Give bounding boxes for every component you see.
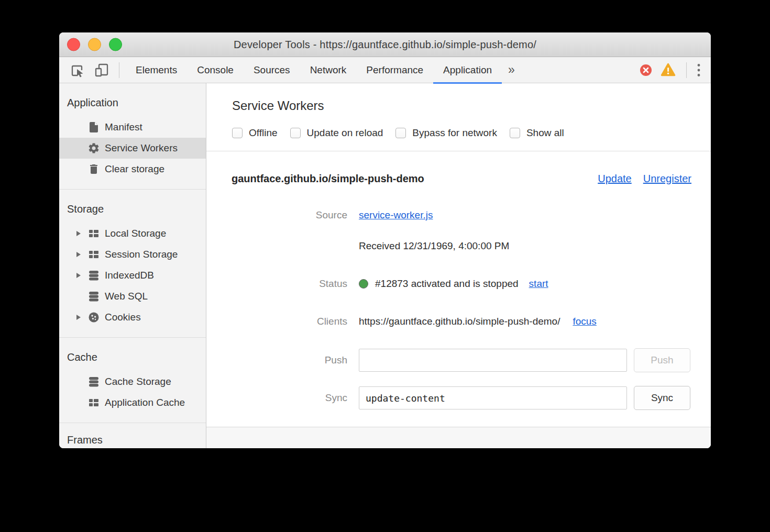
devtools-content: Application Manifest (59, 83, 711, 448)
push-input[interactable] (359, 349, 627, 372)
database-icon (87, 290, 100, 303)
chevron-right-icon[interactable] (75, 314, 82, 321)
page-title: Service Workers (232, 98, 711, 114)
offline-checkbox[interactable]: Offline (232, 127, 278, 139)
tab-application[interactable]: Application (433, 57, 502, 83)
toolbar-right (640, 62, 711, 78)
device-toolbar-icon[interactable] (93, 57, 111, 83)
database-icon (87, 375, 100, 388)
tab-sources[interactable]: Sources (244, 57, 300, 83)
more-tabs-button[interactable]: » (502, 57, 521, 83)
status-text: #12873 activated and is stopped (375, 278, 519, 290)
traffic-lights (67, 38, 122, 51)
title-bar: Developer Tools - https://gauntface.gith… (59, 32, 711, 57)
sync-button[interactable]: Sync (634, 386, 690, 410)
cookie-icon (87, 311, 100, 324)
sidebar-section-storage: Storage Local Storage (59, 190, 206, 338)
sidebar-section-cache: Cache Cache Storage (59, 338, 206, 423)
tab-network[interactable]: Network (300, 57, 357, 83)
checkbox-label: Bypass for network (412, 127, 497, 139)
file-icon (87, 121, 100, 134)
tab-performance[interactable]: Performance (356, 57, 433, 83)
source-label: Source (232, 209, 347, 221)
clients-row: Clients https://gauntface.github.io/simp… (232, 310, 691, 333)
checkbox-label: Offline (249, 127, 278, 139)
sidebar-item-label: Application Cache (105, 397, 185, 408)
sidebar-item-label: Web SQL (105, 291, 148, 302)
inspect-icon[interactable] (69, 57, 86, 83)
window-title: Developer Tools - https://gauntface.gith… (234, 39, 536, 51)
sidebar-item-label: Service Workers (105, 142, 178, 154)
checkbox-box[interactable] (290, 128, 301, 138)
table-icon (87, 227, 100, 240)
gear-icon (87, 142, 100, 154)
close-window-button[interactable] (67, 38, 80, 51)
sidebar-item-application-cache[interactable]: Application Cache (59, 392, 206, 413)
chevron-right-icon[interactable] (75, 272, 82, 279)
warning-icon[interactable] (661, 63, 676, 77)
push-label: Push (232, 354, 347, 366)
push-row: Push Push (232, 348, 691, 372)
sidebar-item-web-sql[interactable]: Web SQL (59, 286, 206, 307)
sync-input[interactable] (359, 386, 627, 409)
toolbar-divider (686, 62, 687, 78)
checkbox-box[interactable] (395, 128, 406, 138)
sidebar-item-manifest[interactable]: Manifest (59, 117, 206, 138)
chevron-right-icon[interactable] (75, 251, 82, 258)
unregister-link[interactable]: Unregister (643, 173, 691, 185)
panel-header: Service Workers Offline Update on reload… (206, 83, 711, 151)
sidebar-section-title: Frames (59, 429, 206, 448)
sidebar-item-local-storage[interactable]: Local Storage (59, 223, 206, 244)
table-icon (87, 248, 100, 261)
status-dot-icon (359, 279, 368, 289)
devtools-toolbar: Elements Console Sources Network Perform… (59, 57, 711, 83)
zoom-window-button[interactable] (109, 38, 122, 51)
panel-tabs: Elements Console Sources Network Perform… (126, 57, 521, 83)
update-on-reload-checkbox[interactable]: Update on reload (290, 127, 383, 139)
error-badge-icon[interactable] (640, 64, 652, 76)
status-label: Status (232, 278, 347, 290)
service-worker-registration: gauntface.github.io/simple-push-demo Upd… (206, 151, 711, 427)
registration-actions: Update Unregister (598, 173, 691, 185)
source-row: Source service-worker.js (232, 204, 691, 227)
start-link[interactable]: start (529, 278, 548, 290)
sidebar-item-label: Cookies (105, 312, 141, 323)
show-all-checkbox[interactable]: Show all (510, 127, 564, 139)
sync-row: Sync Sync (232, 386, 691, 410)
tab-elements[interactable]: Elements (126, 57, 187, 83)
sidebar-item-cookies[interactable]: Cookies (59, 307, 206, 328)
clients-label: Clients (232, 316, 347, 327)
sidebar-item-session-storage[interactable]: Session Storage (59, 244, 206, 265)
trash-icon (87, 163, 100, 175)
checkbox-label: Show all (526, 127, 564, 139)
sidebar-item-indexeddb[interactable]: IndexedDB (59, 265, 206, 286)
sidebar-item-service-workers[interactable]: Service Workers (59, 138, 206, 159)
sidebar-item-clear-storage[interactable]: Clear storage (59, 159, 206, 180)
tab-console[interactable]: Console (187, 57, 244, 83)
chevron-right-icon[interactable] (75, 230, 82, 237)
kebab-menu-icon[interactable] (697, 63, 700, 77)
sidebar-item-label: Clear storage (105, 163, 164, 175)
sidebar-item-label: Cache Storage (105, 376, 171, 387)
sidebar-section-title: Cache (59, 347, 206, 368)
sidebar-item-label: Local Storage (105, 228, 166, 239)
devtools-window: Developer Tools - https://gauntface.gith… (59, 32, 711, 448)
database-icon (87, 269, 100, 282)
checkbox-box[interactable] (510, 128, 520, 138)
focus-link[interactable]: focus (573, 316, 596, 327)
checkbox-box[interactable] (232, 128, 243, 138)
update-link[interactable]: Update (598, 173, 632, 185)
source-file-link[interactable]: service-worker.js (359, 209, 433, 221)
push-button[interactable]: Push (634, 348, 690, 372)
minimize-window-button[interactable] (88, 38, 101, 51)
client-url: https://gauntface.github.io/simple-push-… (359, 316, 560, 327)
registration-origin: gauntface.github.io/simple-push-demo (232, 173, 424, 185)
panel-empty-area (206, 427, 711, 448)
service-workers-panel: Service Workers Offline Update on reload… (206, 83, 711, 448)
sidebar-section-title: Application (59, 92, 206, 113)
sidebar-item-label: Session Storage (105, 249, 178, 260)
bypass-for-network-checkbox[interactable]: Bypass for network (395, 127, 497, 139)
sidebar-section-frames: Frames (59, 423, 206, 448)
received-row: Received 12/31/1969, 4:00:00 PM (232, 235, 691, 258)
sidebar-item-cache-storage[interactable]: Cache Storage (59, 371, 206, 392)
